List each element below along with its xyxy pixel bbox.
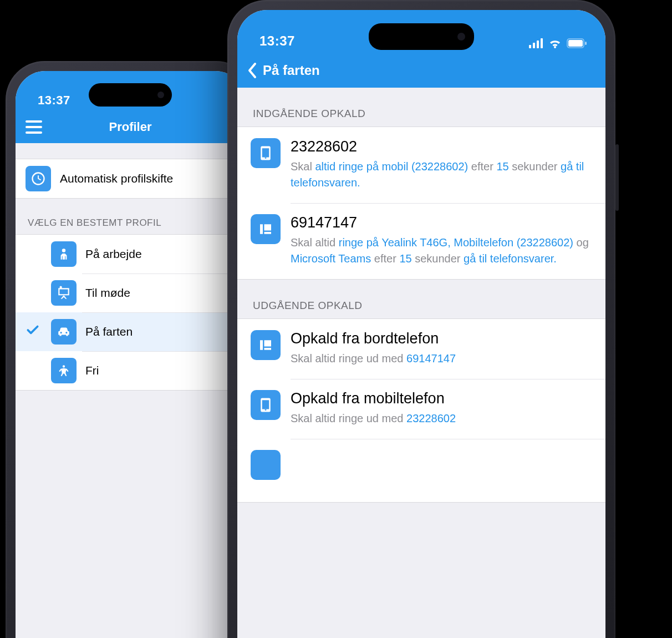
profile-label: Til møde <box>85 286 130 300</box>
deskphone-icon <box>251 330 281 360</box>
profile-row-work[interactable]: På arbejde <box>16 235 245 274</box>
link[interactable]: 69147147 <box>406 352 456 364</box>
wifi-icon <box>548 38 562 49</box>
svg-point-4 <box>554 46 556 48</box>
status-icons <box>529 38 587 49</box>
outgoing-row[interactable] <box>237 439 605 502</box>
profile-row-meeting[interactable]: Til møde <box>16 274 245 312</box>
profiles-list: På arbejde Til møde På farten <box>16 234 245 391</box>
svg-rect-6 <box>568 40 583 47</box>
back-icon[interactable] <box>247 62 257 79</box>
profile-row-onthego[interactable]: På farten <box>16 312 245 351</box>
status-time: 13:37 <box>259 33 295 49</box>
svg-rect-1 <box>533 43 535 48</box>
incoming-desc: Skal altid ringe på mobil (23228602) eft… <box>291 159 592 191</box>
check-icon <box>23 323 42 341</box>
link[interactable]: 15 <box>496 160 508 173</box>
outgoing-list: Opkald fra bordtelefon Skal altid ringe … <box>237 318 605 503</box>
link[interactable]: 15 <box>399 252 411 265</box>
auto-switch-label: Automatisk profilskifte <box>60 172 173 185</box>
incoming-row[interactable]: 23228602 Skal altid ringe på mobil (2322… <box>237 127 605 203</box>
profile-label: På farten <box>85 325 133 338</box>
dynamic-island <box>369 23 474 50</box>
svg-rect-0 <box>529 45 531 48</box>
header-title: Profiler <box>48 120 213 134</box>
battery-icon <box>567 38 587 48</box>
section-label-profiles: VÆLG EN BESTEMT PROFIL <box>16 199 245 234</box>
svg-rect-2 <box>537 40 539 48</box>
svg-rect-3 <box>541 38 543 48</box>
mobile-icon <box>251 390 281 420</box>
outgoing-row[interactable]: Opkald fra bordtelefon Skal altid ringe … <box>237 319 605 379</box>
car-icon <box>51 319 77 345</box>
screen-front: 13:37 På farten INDGÅENDE OPKALD 2322860… <box>237 10 605 638</box>
clock-icon <box>26 166 51 191</box>
deskphone-icon <box>251 214 281 244</box>
phone-front: 13:37 På farten INDGÅENDE OPKALD 2322860… <box>227 0 615 638</box>
incoming-number: 69147147 <box>291 214 592 231</box>
profile-label: Fri <box>85 364 99 377</box>
link[interactable]: gå til telefonsvarer. <box>464 252 557 265</box>
worker-icon <box>51 241 77 267</box>
link[interactable]: ringe på Yealink T46G, Mobiltelefon (232… <box>339 236 573 249</box>
person-free-icon <box>51 358 77 383</box>
outgoing-title: Opkald fra mobiltelefon <box>291 390 592 407</box>
dynamic-island <box>89 83 172 107</box>
profile-row-free[interactable]: Fri <box>16 351 245 390</box>
svg-rect-7 <box>585 42 587 45</box>
link[interactable]: Microsoft Teams <box>291 252 371 265</box>
incoming-list: 23228602 Skal altid ringe på mobil (2322… <box>237 126 605 280</box>
phone-back: 13:37 Profiler Automatisk profilskifte V… <box>6 61 255 638</box>
menu-icon[interactable] <box>26 120 42 134</box>
incoming-number: 23228602 <box>291 138 592 155</box>
section-label-outgoing: UDGÅENDE OPKALD <box>237 280 605 318</box>
app-header: På farten <box>237 53 605 88</box>
screen-back: 13:37 Profiler Automatisk profilskifte V… <box>16 71 245 638</box>
generic-icon <box>251 450 281 480</box>
section-label-incoming: INDGÅENDE OPKALD <box>237 88 605 126</box>
outgoing-desc: Skal altid ringe ud med 69147147 <box>291 351 592 367</box>
header-title: På farten <box>263 63 320 78</box>
outgoing-title: Opkald fra bordtelefon <box>291 330 592 347</box>
status-time: 13:37 <box>38 93 70 108</box>
profile-label: På arbejde <box>85 247 142 261</box>
link[interactable]: 23228602 <box>406 412 456 424</box>
app-header: Profiler <box>16 111 245 143</box>
incoming-desc: Skal altid ringe på Yealink T46G, Mobilt… <box>291 235 592 267</box>
mobile-icon <box>251 138 281 168</box>
outgoing-row[interactable]: Opkald fra mobiltelefon Skal altid ringe… <box>237 379 605 439</box>
outgoing-desc: Skal altid ringe ud med 23228602 <box>291 411 592 427</box>
auto-profile-switch-row[interactable]: Automatisk profilskifte <box>16 159 245 199</box>
cellular-icon <box>529 38 543 48</box>
presentation-icon <box>51 280 77 306</box>
incoming-row[interactable]: 69147147 Skal altid ringe på Yealink T46… <box>237 203 605 279</box>
link[interactable]: ringe på mobil (23228602) <box>339 160 469 173</box>
link[interactable]: altid <box>315 160 335 173</box>
